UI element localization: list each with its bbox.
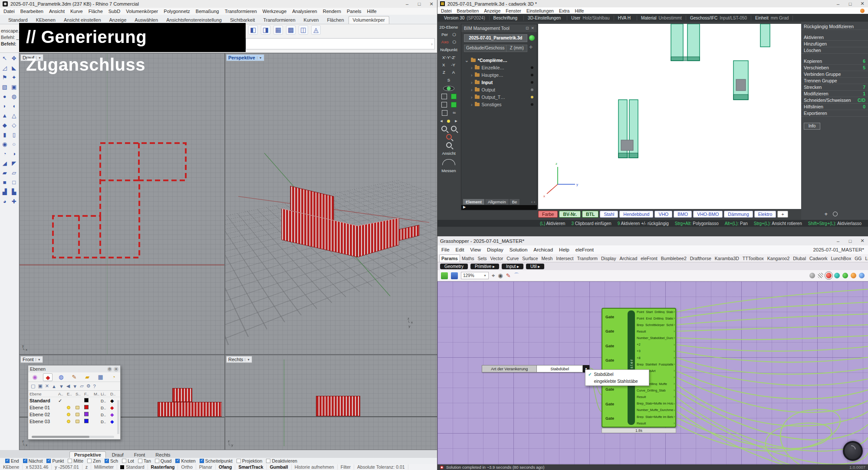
- layer-print-color[interactable]: ◆: [110, 419, 114, 424]
- rhino-tool-icon[interactable]: ◖: [10, 101, 19, 111]
- right-panel-command[interactable]: Hilfslinien 0: [801, 104, 868, 110]
- toolbar-icon[interactable]: ▦: [273, 25, 283, 35]
- component-tab[interactable]: LunchBoxML: [864, 255, 868, 262]
- layer-print-color[interactable]: ◆: [110, 412, 114, 417]
- right-panel-command[interactable]: Trennen Gruppe: [801, 78, 868, 84]
- close-button[interactable]: ✕: [859, 238, 865, 244]
- chevron-down-icon[interactable]: ▼: [245, 358, 250, 361]
- menu-item[interactable]: Bearbeiten: [20, 9, 43, 14]
- chevron-down-icon[interactable]: ▼: [257, 56, 262, 59]
- rhino-tool-icon[interactable]: ⚑: [0, 73, 10, 82]
- layer-print-color[interactable]: ◆: [110, 398, 114, 403]
- menu-item[interactable]: eleFront: [575, 247, 594, 252]
- maximize-button[interactable]: □: [847, 1, 853, 7]
- layers-tool-icon[interactable]: ▢: [31, 383, 35, 389]
- maximize-button[interactable]: □: [847, 238, 853, 244]
- settings-segment[interactable]: Einheit mm Grad: [751, 16, 793, 20]
- chevron-down-icon[interactable]: ▼: [36, 358, 41, 361]
- output-grip-icon[interactable]: ›: [674, 369, 675, 373]
- layers-tool-icon[interactable]: ?: [93, 384, 96, 389]
- bim-tree-item[interactable]: *Complème…: [461, 56, 537, 64]
- target-icon[interactable]: [833, 212, 838, 216]
- checkbox[interactable]: [138, 459, 142, 463]
- rhino-tool-icon[interactable]: ◣: [10, 63, 19, 73]
- help-indicator-icon[interactable]: [860, 9, 865, 13]
- menu-item[interactable]: Anzeige: [484, 8, 500, 13]
- layers-tool-icon[interactable]: ✕: [45, 383, 49, 389]
- checkbox[interactable]: [46, 459, 51, 463]
- right-panel-command[interactable]: Aktivieren: [801, 34, 868, 41]
- panel-tab-icon[interactable]: ◉: [30, 373, 39, 381]
- output-grip-icon[interactable]: ›: [674, 336, 675, 340]
- component-tab[interactable]: Karamba3D: [713, 255, 741, 262]
- perspective-toggle[interactable]: Per: [441, 32, 448, 37]
- menu-item[interactable]: Display: [487, 247, 503, 252]
- component-tab[interactable]: Transform: [575, 255, 599, 262]
- layer-color-swatch[interactable]: [84, 398, 89, 402]
- canvas-compass-widget[interactable]: [843, 441, 863, 461]
- rhino-tool-icon[interactable]: ▰: [0, 168, 10, 178]
- layer-color-swatch[interactable]: [84, 419, 89, 423]
- layer-color-swatch[interactable]: [84, 405, 89, 409]
- pin-icon[interactable]: ⊡: [526, 26, 529, 30]
- settings-segment[interactable]: Geschoss/IFC Input/LST-050: [686, 16, 751, 20]
- tree-caret-icon[interactable]: [465, 58, 469, 63]
- view-cube-icon[interactable]: ⬡: [452, 32, 456, 37]
- attribute-preset-tab[interactable]: Hendebbund: [619, 211, 653, 218]
- viewport-right[interactable]: Rechts▼ z└ y: [225, 355, 437, 450]
- cluster-output[interactable]: Brep_Stab+Muffe im Holz_Hüllkörper›: [637, 402, 675, 406]
- menu-item[interactable]: Fläche: [89, 9, 103, 14]
- component-tab[interactable]: TTToolbox: [741, 255, 766, 262]
- checkbox[interactable]: [87, 459, 92, 463]
- preview-eye-icon[interactable]: ◉: [498, 272, 503, 279]
- tree-caret-icon[interactable]: [471, 102, 473, 107]
- component-tab[interactable]: GG: [853, 255, 863, 262]
- rhino-tool-icon[interactable]: ◗: [0, 101, 10, 111]
- component-tab[interactable]: Dlubal: [791, 255, 808, 262]
- output-grip-icon[interactable]: ›: [674, 343, 675, 347]
- rhino-tool-icon[interactable]: ◿: [0, 63, 10, 73]
- toolbar-icon[interactable]: ◧: [248, 25, 258, 35]
- settings-segment[interactable]: Beschriftung: [490, 16, 524, 20]
- rhino-tool-icon[interactable]: ▧: [0, 82, 10, 92]
- viewport-tab[interactable]: Rechts: [151, 452, 174, 458]
- output-grip-icon[interactable]: ›: [674, 408, 675, 412]
- layer-visibility-icon[interactable]: [67, 406, 70, 409]
- attribute-preset-tab[interactable]: Farbe: [538, 211, 558, 218]
- dropdown-option[interactable]: ✓ Stabdübel: [585, 371, 649, 378]
- settings-segment[interactable]: Material Unbestimmt: [637, 16, 686, 20]
- right-panel-command[interactable]: Schneiden/Schweissen C/D: [801, 97, 868, 104]
- output-grip-icon[interactable]: ›: [674, 317, 675, 320]
- rhino-tool-icon[interactable]: ◍: [10, 92, 19, 101]
- right-panel-command[interactable]: Verbinden Gruppe: [801, 71, 868, 78]
- menu-item[interactable]: Panels: [347, 9, 362, 14]
- osnap-toggle[interactable]: Sch: [105, 458, 118, 463]
- panel-tab-icon[interactable]: ◆: [43, 373, 53, 381]
- component-tab[interactable]: Curve: [505, 255, 520, 262]
- layer-row[interactable]: Ebene 01 ✓ D.. ◆: [28, 404, 120, 411]
- cluster-output[interactable]: Result›: [637, 330, 675, 333]
- layers-tool-icon[interactable]: ▼: [59, 384, 64, 389]
- focus-extents-icon[interactable]: ⌖: [492, 272, 495, 279]
- osnap-toggle[interactable]: Punkt: [46, 458, 64, 463]
- bim-tree-item[interactable]: Output_T…: [461, 93, 537, 101]
- attribute-preset-tab[interactable]: Elektro: [754, 211, 776, 218]
- osnap-toggle[interactable]: End: [5, 458, 19, 463]
- checkbox[interactable]: [266, 459, 270, 463]
- component-tab[interactable]: Surface: [520, 255, 539, 262]
- menu-item[interactable]: Transformieren: [225, 9, 257, 14]
- attribute-preset-tab[interactable]: BV-Nr.: [559, 211, 581, 218]
- toolbar-icon[interactable]: ◨: [261, 25, 270, 35]
- bim-tree-item[interactable]: Hauptge…: [461, 71, 537, 78]
- dropdown-option[interactable]: ✓ eingeklebte Stahlstäbe: [585, 378, 649, 385]
- checkbox[interactable]: [155, 459, 159, 463]
- layer-name[interactable]: Ebene 02: [30, 412, 58, 417]
- checkbox[interactable]: [200, 459, 204, 463]
- current-layer-check[interactable]: ✓: [58, 398, 62, 403]
- status-field[interactable]: y -25057.01: [52, 464, 82, 470]
- component-tab[interactable]: Intersect: [554, 255, 575, 262]
- toolbar-tab[interactable]: Transformieren: [259, 16, 299, 24]
- cluster-input-gate[interactable]: Gate: [602, 358, 628, 362]
- component-tab[interactable]: Archicad: [618, 255, 639, 262]
- cluster-output[interactable]: Point_Start_Drilling_Stabdübel›: [637, 310, 675, 314]
